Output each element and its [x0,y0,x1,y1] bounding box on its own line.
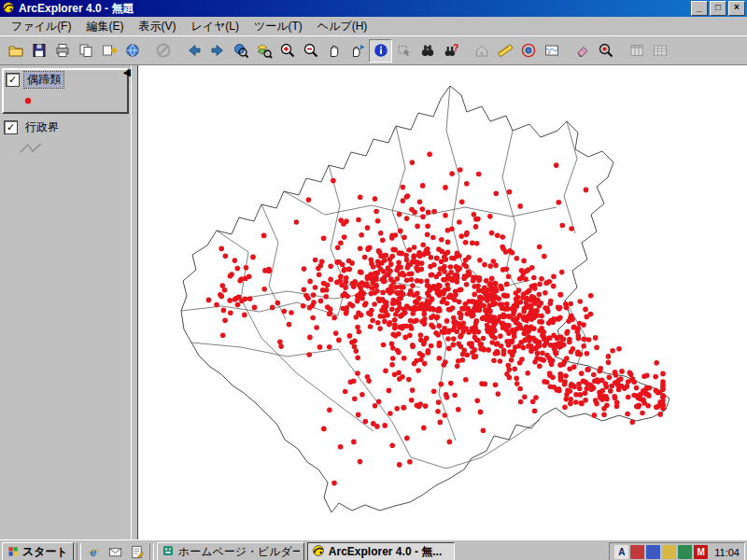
menu-help[interactable]: ヘルプ(H) [310,17,375,36]
start-button[interactable]: スタート [2,542,74,560]
layer-symbol-admin-boundaries [2,137,129,160]
add-layers-button[interactable] [97,39,120,63]
taskbar-divider [149,543,154,560]
attribute-table-button [648,39,671,63]
zoom-full-extent-button[interactable] [229,39,252,63]
network-icon[interactable] [646,545,660,559]
menu-bar: ファイル(F)編集(E)表示(V)レイヤ(L)ツール(T)ヘルプ(H) [0,17,747,35]
start-label: スタート [22,544,68,560]
task-label: ホームページ・ビルダー - [m... [178,544,300,560]
homepage-builder-icon [162,544,175,560]
taskbar-task-arcexplorer[interactable]: ArcExplorer 4.0 - 無... [307,542,455,560]
zoom-out-button[interactable] [299,39,322,63]
panel-splitter[interactable] [131,65,138,539]
open-project-button[interactable] [4,39,27,63]
mail-icon[interactable] [106,542,125,560]
no-tool-button [151,39,175,63]
system-tray: AM11:04 [609,542,745,560]
legend-collapse-icon[interactable]: ◀ [123,67,131,77]
maximize-button[interactable]: □ [710,1,726,16]
page-editor-icon[interactable] [127,542,147,560]
identify-button[interactable] [369,39,392,63]
map-canvas[interactable] [138,65,747,539]
task-buttons: ホームページ・ビルダー - [m...ArcExplorer 4.0 - 無..… [157,542,455,560]
arcexplorer-icon [312,544,325,560]
pen-input-icon[interactable] [630,545,644,559]
layer-item-ungulates[interactable]: ✓偶蹄類 [2,68,129,114]
layer-label-admin-boundaries[interactable]: 行政界 [22,119,62,135]
window-controls: _□× [689,1,745,16]
antivirus-icon[interactable]: M [694,545,708,559]
internet-explorer-icon[interactable]: e [84,542,104,560]
toolbar: ? [0,35,747,65]
legend-editor-button [625,39,648,63]
toolbar-separator [175,40,182,61]
minimize-button[interactable]: _ [691,1,708,16]
save-project-button[interactable] [27,39,50,63]
zoom-in-button[interactable] [275,39,299,63]
desktop: ArcExplorer 4.0 - 無題 _□× ファイル(F)編集(E)表示(… [0,0,747,560]
app-icon [2,1,15,17]
toolbar-separator [144,40,151,61]
task-label: ArcExplorer 4.0 - 無... [329,544,442,560]
locate-address-button [470,39,493,63]
find-button[interactable] [416,39,439,63]
copy-map-button[interactable] [74,39,97,63]
close-button[interactable]: × [728,1,745,16]
svg-text:?: ? [453,43,458,53]
spatial-search-button[interactable] [594,39,617,63]
layer-label-ungulates[interactable]: 偶蹄類 [24,72,63,88]
menu-view[interactable]: 表示(V) [131,17,183,36]
layer-checkbox-admin-boundaries[interactable]: ✓ [4,120,18,134]
windows-logo-icon [7,545,20,560]
main-content: ◀ ✓偶蹄類✓行政界 [0,65,747,539]
select-features-button [392,39,416,63]
menu-edit[interactable]: 編集(E) [78,17,131,36]
catalog-button[interactable] [120,39,144,63]
pan-one-level-button[interactable] [345,39,369,63]
pan-button[interactable] [322,39,345,63]
scheduler-icon[interactable] [678,545,692,559]
legend-panel: ◀ ✓偶蹄類✓行政界 [0,65,131,539]
layer-symbol-ungulates [4,90,127,112]
ime-mode-icon[interactable]: A [614,545,628,559]
previous-extent-button[interactable] [182,39,205,63]
window-title: ArcExplorer 4.0 - 無題 [19,1,134,17]
menu-layer[interactable]: レイヤ(L) [183,17,247,36]
layer-item-admin-boundaries[interactable]: ✓行政界 [2,118,129,160]
layer-checkbox-ungulates[interactable]: ✓ [6,73,20,87]
map-svg [138,65,747,539]
svg-text:e: e [90,546,96,559]
measure-button[interactable] [493,39,516,63]
title-bar: ArcExplorer 4.0 - 無題 _□× [0,0,747,17]
zoom-active-layer-button[interactable] [252,39,275,63]
menu-tools[interactable]: ツール(T) [247,17,310,36]
taskbar-divider [77,543,81,560]
quick-launch: e [84,542,147,560]
query-builder-button[interactable]: ? [439,39,462,63]
taskbar-task-homepage-builder[interactable]: ホームページ・ビルダー - [m... [157,542,304,560]
toolbar-separator [617,40,625,61]
taskbar: スタート e ホームページ・ビルダー - [m...ArcExplorer 4.… [0,539,747,560]
clear-selection-button[interactable] [571,39,594,63]
taskbar-clock[interactable]: 11:04 [714,547,740,558]
print-button[interactable] [50,39,74,63]
menu-file[interactable]: ファイル(F) [4,17,78,36]
overview-map-button[interactable] [540,39,563,63]
volume-icon[interactable] [662,545,676,559]
buffer-button[interactable] [516,39,540,63]
toolbar-separator [462,40,470,61]
legend-panel-layers: ✓偶蹄類✓行政界 [2,68,129,160]
next-extent-button[interactable] [205,39,229,63]
toolbar-separator [563,40,571,61]
